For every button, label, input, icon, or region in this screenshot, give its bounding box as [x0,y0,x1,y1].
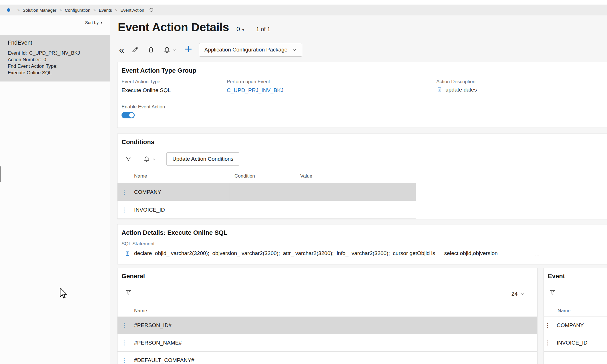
record-counter-value: 0 [236,25,240,33]
field-value: Execute Online SQL [122,87,171,94]
field-event-action-type: Event Action Type Execute Online SQL [122,79,171,94]
event-row-company[interactable]: ⋮ COMPANY [544,317,607,334]
breadcrumb-item-events[interactable]: Events [99,8,112,13]
breadcrumb-item-solution-manager[interactable]: Solution Manager [23,8,57,13]
general-row-person-name[interactable]: ⋮ #PERSON_NAME# [118,334,537,352]
row-menu-icon[interactable]: ⋮ [121,206,127,213]
filter-funnel-icon[interactable] [125,156,132,162]
breadcrumb-separator-icon: > [59,8,62,12]
record-card-type-value: Execute Online SQL [8,69,105,76]
column-header-name[interactable]: Name [134,308,147,314]
general-row-default-company[interactable]: ⋮ #DEFAULT_COMPANY# [118,352,537,364]
event-row-invoice-id[interactable]: ⋮ INVOICE_ID [544,334,607,352]
field-label: Perform upon Event [227,79,284,85]
add-record-icon[interactable]: + [184,42,192,55]
row-menu-icon[interactable]: ⋮ [121,189,127,196]
app-screen: > Solution Manager > Configuration > Eve… [0,0,607,364]
navigator-sidebar: Sort by ▾ FndEvent Event Id:C_UPD_PRJ_IN… [0,15,110,364]
breadcrumb-bar: > Solution Manager > Configuration > Eve… [0,5,607,15]
edit-icon[interactable] [131,46,139,53]
condition-row-company[interactable]: ⋮ COMPANY [118,183,416,201]
record-list-item-fndevent[interactable]: FndEvent Event Id:C_UPD_PRJ_INV_BKJ Acti… [0,35,110,81]
event-name-cell: INVOICE_ID [557,340,588,346]
enable-event-action-label: Enable Event Action [122,104,165,110]
record-card-title: FndEvent [8,39,105,46]
column-header-value[interactable]: Value [300,173,312,179]
column-header-name[interactable]: Name [134,173,147,179]
enable-event-action-toggle[interactable] [122,112,135,118]
left-scrollbar-thumb[interactable] [0,166,1,182]
sql-overflow-indicator: ... [535,251,540,258]
note-document-icon[interactable] [436,87,443,93]
event-action-type-group-card: Event Action Type Group Event Action Typ… [117,62,607,128]
bell-icon [163,46,171,53]
filter-funnel-icon[interactable] [549,289,556,296]
sort-by-label: Sort by [85,20,99,25]
general-name-cell: #DEFAULT_COMPANY# [134,357,194,363]
section-title: Event [548,272,565,280]
application-configuration-package-selector[interactable]: Application Configuration Package [199,43,302,57]
conditions-card: Conditions Update Action Conditions Name… [117,134,607,219]
field-label: Event Action Type [122,79,171,85]
breadcrumb-separator-icon: > [93,8,96,12]
section-title: Event Action Type Group [122,67,196,74]
page-title: Event Action Details [118,21,229,34]
conditions-notifications-control[interactable] [143,156,156,162]
breadcrumb-item-configuration[interactable]: Configuration [65,8,90,13]
general-card: General 24 Name ⋮ #PERSON_ID# ⋮ #PERSON_… [117,268,538,364]
chevron-down-icon [520,292,525,296]
refresh-icon[interactable] [149,7,154,13]
section-title: Action Details: Execute Online SQL [122,229,227,236]
update-action-conditions-button[interactable]: Update Action Conditions [166,152,239,166]
column-header-name[interactable]: Name [558,308,570,314]
condition-row-invoice-id[interactable]: ⋮ INVOICE_ID [118,201,416,219]
event-id-value: C_UPD_PRJ_INV_BKJ [29,50,80,56]
app-dot-icon [7,8,10,12]
record-counter-dropdown[interactable]: 0 ▾ [236,25,244,33]
toggle-knob [129,113,134,118]
delete-icon[interactable] [147,46,155,53]
breadcrumb-separator-icon: > [17,8,20,12]
column-header-condition[interactable]: Condition [234,173,255,179]
bell-icon [143,156,150,162]
breadcrumb-item-event-action[interactable]: Event Action [120,8,144,13]
perform-upon-event-link[interactable]: C_UPD_PRJ_INV_BKJ [227,87,284,94]
row-menu-icon[interactable]: ⋮ [121,339,127,346]
section-title: General [122,272,145,280]
general-row-person-id[interactable]: ⋮ #PERSON_ID# [118,317,537,334]
action-description-value: update dates [445,87,477,93]
condition-name-cell: COMPANY [134,189,161,195]
chevron-down-icon [292,47,297,52]
mouse-cursor [59,287,69,301]
column-divider [416,170,416,218]
page-toolbar: « + Application Configuration Package [119,42,302,57]
notifications-control[interactable] [163,46,177,53]
sql-statement-value: declare objid_ varchar2(3200); objversio… [134,250,498,256]
record-card-action-number: Action Number:0 [8,56,105,63]
column-divider [297,170,297,218]
chevron-down-icon [152,157,156,161]
field-label: Action Description [436,79,477,85]
filter-funnel-icon[interactable] [125,289,132,296]
section-title: Conditions [122,138,154,146]
row-menu-icon[interactable]: ⋮ [121,322,127,329]
caret-down-icon: ▾ [242,28,244,32]
sql-statement-field: declare objid_ varchar2(3200); objversio… [124,250,498,256]
record-pager: 1 of 1 [256,26,270,33]
condition-name-cell: INVOICE_ID [134,207,165,213]
general-name-cell: #PERSON_ID# [134,322,172,329]
action-number-value: 0 [43,57,46,62]
sql-statement-label: SQL Statement [122,241,155,247]
sort-by-control[interactable]: Sort by ▾ [85,20,102,25]
collapse-panel-icon[interactable]: « [119,45,124,55]
conditions-toolbar: Update Action Conditions [118,152,239,166]
note-document-icon[interactable] [124,250,131,256]
field-action-description: Action Description update dates [436,79,477,93]
package-selector-label: Application Configuration Package [204,47,287,53]
action-details-card: Action Details: Execute Online SQL SQL S… [117,224,607,264]
page-size-selector[interactable]: 24 [512,291,525,297]
row-menu-icon[interactable]: ⋮ [121,357,127,364]
row-menu-icon[interactable]: ⋮ [545,339,550,346]
row-menu-icon[interactable]: ⋮ [545,322,550,329]
field-perform-upon-event: Perform upon Event C_UPD_PRJ_INV_BKJ [227,79,284,94]
